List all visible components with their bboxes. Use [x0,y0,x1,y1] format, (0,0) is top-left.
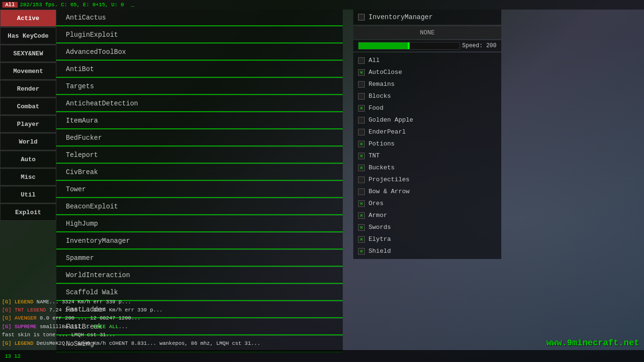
inventory-manager-header[interactable]: InventoryManager [353,10,501,25]
coords: 13 12 [5,353,21,359]
client-title: All [2,2,18,8]
cb-label-6: EnderPearl [369,128,406,135]
module-item-teleport[interactable]: Teleport [56,147,343,164]
cb-label-13: Armor [369,212,387,219]
cb-box-0 [358,57,365,64]
checkbox-row-7[interactable]: Potions [353,138,501,150]
cb-box-15 [358,236,365,243]
speed-slider[interactable] [358,42,460,50]
speed-value: Speed: 200 [462,42,496,49]
cb-label-12: Ores [369,200,383,207]
sidebar: ActiveHas KeyCodeSEXY&NEWMovementRenderC… [0,10,56,221]
sidebar-item-misc[interactable]: Misc [0,168,56,186]
module-item-antibot[interactable]: AntiBot [56,61,343,78]
module-item-anticactus[interactable]: AntiCactus [56,10,343,26]
cb-box-7 [358,141,365,147]
module-item-itemaura[interactable]: ItemAura [56,113,343,129]
sidebar-item-combat[interactable]: Combat [0,98,56,115]
checkbox-row-12[interactable]: Ores [353,197,501,209]
chat-line-1: [G] TNT LEGEND 7.24 1650 ... 3324 Km/h e… [0,306,348,314]
module-item-spammer[interactable]: Spammer [56,250,343,267]
chat-line-0: [G] LEGEND NAME... 3324 Km/h err 339 p..… [0,298,348,306]
cb-box-8 [358,153,365,159]
checkbox-row-13[interactable]: Armor [353,209,501,221]
cb-box-6 [358,129,365,135]
module-item-civbreak[interactable]: CivBreak [56,164,343,181]
cb-box-10 [358,176,365,183]
checkbox-row-9[interactable]: Buckets [353,162,501,174]
checkbox-row-1[interactable]: AutoClose [353,66,501,78]
cb-label-8: TNT [369,152,380,159]
cb-box-12 [358,200,365,207]
speed-handle [408,42,410,49]
cb-label-3: Blocks [369,93,391,100]
checkbox-row-5[interactable]: Golden Apple [353,114,501,126]
cb-box-16 [358,248,365,255]
sidebar-item-exploit[interactable]: Exploit [0,204,56,221]
module-item-tower[interactable]: Tower [56,181,343,198]
module-item-anticheatdetection[interactable]: AnticheatDetection [56,95,343,112]
cb-box-3 [358,93,365,100]
checkbox-row-2[interactable]: Remains [353,78,501,90]
module-item-beaconexploit[interactable]: BeaconExploit [56,198,343,215]
cb-label-14: Swords [369,224,391,231]
checkbox-row-14[interactable]: Swords [353,221,501,233]
cb-label-10: Projectiles [369,176,410,183]
chat-line-5: [G] LEGEND DeUsMeK2Q... 8840 Km/h cOHENT… [0,340,348,348]
speed-row: Speed: 200 [353,40,501,52]
checkbox-list: AllAutoCloseRemainsBlocksFoodGolden Appl… [353,52,501,259]
checkbox-row-4[interactable]: Food [353,102,501,114]
cb-label-0: All [369,57,380,64]
cb-box-9 [358,165,365,171]
sidebar-item-active[interactable]: Active [0,10,56,27]
module-item-pluginexploit[interactable]: PluginExploit [56,27,343,43]
cb-box-14 [358,224,365,231]
module-item-targets[interactable]: Targets [56,78,343,95]
cb-box-5 [358,117,365,124]
cb-label-16: Shield [369,248,391,255]
sidebar-item-world[interactable]: World [0,133,56,150]
cb-box-13 [358,212,365,219]
sidebar-item-movement[interactable]: Movement [0,62,56,80]
checkbox-row-15[interactable]: Elytra [353,233,501,245]
chat-area: [G] LEGEND NAME... 3324 Km/h err 339 p..… [0,298,348,348]
checkbox-row-0[interactable]: All [353,54,501,66]
cb-label-2: Remains [369,81,395,88]
sidebar-item-has-keycode[interactable]: Has KeyCode [0,27,56,44]
bind-label[interactable]: NONE [353,26,501,39]
cb-label-15: Elytra [369,236,391,243]
module-item-highjump[interactable]: HighJump [56,216,343,232]
watermark: www.9minecraft.net [547,338,639,348]
cb-label-1: AutoClose [369,69,402,76]
sidebar-item-player[interactable]: Player [0,115,56,133]
speed-bar-fill [359,42,409,49]
checkbox-row-10[interactable]: Projectiles [353,174,501,186]
cb-box-11 [358,188,365,195]
sidebar-item-util[interactable]: Util [0,186,56,203]
cb-box-2 [358,81,365,88]
cb-label-11: Bow & Arrow [369,188,410,195]
checkbox-row-3[interactable]: Blocks [353,90,501,102]
chat-line-4: fast skin is tone ... LMQH cst 31... [0,331,348,339]
status-bar: 13 12 [0,350,644,362]
checkbox-row-8[interactable]: TNT [353,150,501,162]
sidebar-item-sexy-new[interactable]: SEXY&NEW [0,45,56,62]
sidebar-item-auto[interactable]: Auto [0,151,56,168]
cb-label-4: Food [369,104,383,112]
checkbox-row-16[interactable]: Shield [353,245,501,257]
inventory-manager-checkbox[interactable] [358,14,365,21]
fps-info: 282/153 fps. C: 65, E: 0+15, U: 0 [20,2,124,8]
module-item-advancedtoolbox[interactable]: AdvancedToolBox [56,44,343,61]
module-item-worldinteraction[interactable]: WorldInteraction [56,267,343,284]
checkbox-row-11[interactable]: Bow & Arrow [353,186,501,197]
sidebar-item-render[interactable]: Render [0,80,56,97]
module-item-bedfucker[interactable]: BedFucker [56,130,343,146]
cb-label-7: Potions [369,140,395,147]
underscore: _ [131,2,135,8]
chat-line-3: [G] SUPREME smallllBallll... FREE ALL... [0,323,348,331]
checkbox-row-6[interactable]: EnderPearl [353,126,501,138]
module-item-inventorymanager[interactable]: InventoryManager [56,233,343,249]
top-hud: All 282/153 fps. C: 65, E: 0+15, U: 0 _ [0,0,644,10]
cb-box-1 [358,69,365,76]
chat-line-2: [G] AVENGER 0.0 err 200 ... 12 00247 120… [0,314,348,322]
